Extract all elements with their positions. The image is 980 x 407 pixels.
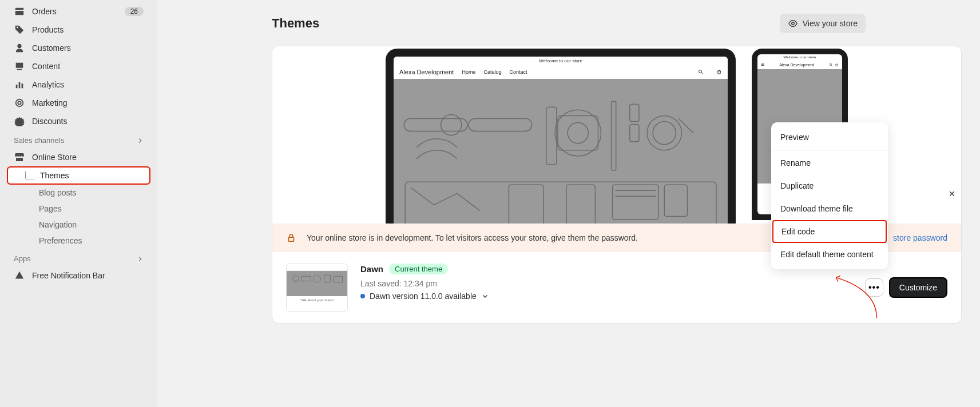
marketing-icon xyxy=(14,97,25,109)
sidebar-sub-themes[interactable]: Themes xyxy=(8,167,149,183)
dropdown-preview[interactable]: Preview xyxy=(771,126,888,149)
sidebar-item-label: Discounts xyxy=(32,117,67,126)
theme-version-label: Dawn version 11.0.0 available xyxy=(370,292,477,301)
svg-rect-17 xyxy=(630,104,639,121)
chevron-down-icon xyxy=(481,292,489,300)
svg-point-16 xyxy=(653,121,676,144)
svg-rect-20 xyxy=(509,185,543,224)
svg-rect-14 xyxy=(612,101,616,170)
svg-rect-1 xyxy=(19,82,21,89)
svg-rect-11 xyxy=(558,115,598,150)
store-password-link[interactable]: store password xyxy=(893,233,947,242)
sidebar-app-free-notification-bar[interactable]: Free Notification Bar xyxy=(7,266,150,285)
eye-icon xyxy=(788,18,798,29)
sidebar-sub-pages[interactable]: Pages xyxy=(7,201,150,217)
hamburger-icon: ☰ xyxy=(761,62,764,67)
svg-point-12 xyxy=(568,122,588,143)
svg-rect-9 xyxy=(469,118,532,131)
sidebar-item-online-store[interactable]: Online Store xyxy=(7,148,150,166)
sidebar-item-label: Content xyxy=(32,62,60,71)
desktop-preview-inner: Welcome to our store Alexa Development H… xyxy=(394,57,728,224)
svg-rect-31 xyxy=(324,275,331,282)
section-label: Apps xyxy=(14,254,31,263)
mobile-header: ☰ Alexa Development xyxy=(757,60,842,69)
store-welcome-banner: Welcome to our store xyxy=(394,57,728,65)
main-content: Themes View your store Welcome to our st… xyxy=(157,0,980,407)
sidebar-item-products[interactable]: Products xyxy=(7,21,150,39)
search-icon xyxy=(829,63,833,67)
svg-point-4 xyxy=(18,101,21,104)
svg-rect-24 xyxy=(664,185,687,216)
svg-point-28 xyxy=(293,276,299,282)
svg-point-30 xyxy=(314,275,321,282)
sidebar: Orders 26 Products Customers Content Ana… xyxy=(0,0,157,407)
view-store-label: View your store xyxy=(803,19,858,28)
dropdown-edit-default-content[interactable]: Edit default theme content xyxy=(771,243,888,266)
dots-icon: ••• xyxy=(868,282,880,293)
store-header: Alexa Development Home Catalog Contact xyxy=(394,65,728,79)
thumb-body xyxy=(287,271,347,296)
customize-button[interactable]: Customize xyxy=(889,277,947,298)
content-icon xyxy=(14,61,25,72)
svg-rect-19 xyxy=(405,182,716,224)
store-name: Alexa Development xyxy=(399,69,454,75)
mobile-welcome-banner: Welcome to our store xyxy=(757,54,842,60)
dropdown-edit-code[interactable]: Edit code xyxy=(772,220,887,243)
chevron-right-icon xyxy=(137,256,144,262)
app-icon xyxy=(14,270,25,281)
svg-point-3 xyxy=(16,99,23,107)
theme-actions-dropdown: Preview Rename Duplicate Download theme … xyxy=(771,122,888,269)
theme-version-row[interactable]: Dawn version 11.0.0 available xyxy=(360,292,947,301)
sidebar-item-analytics[interactable]: Analytics xyxy=(7,75,150,94)
theme-thumbnail: Talk about your brand xyxy=(286,264,348,312)
store-body xyxy=(394,79,728,224)
close-icon[interactable]: ✕ xyxy=(949,189,955,198)
sidebar-item-label: Customers xyxy=(32,43,71,53)
mobile-store-name: Alexa Development xyxy=(779,63,814,67)
dropdown-divider xyxy=(771,150,888,150)
orders-icon xyxy=(14,6,25,17)
dropdown-duplicate[interactable]: Duplicate xyxy=(771,174,888,197)
nav-catalog: Catalog xyxy=(483,69,501,75)
sidebar-sub-blog-posts[interactable]: Blog posts xyxy=(7,185,150,201)
apps-header[interactable]: Apps xyxy=(7,249,150,266)
svg-rect-25 xyxy=(566,185,595,224)
svg-point-5 xyxy=(792,22,795,25)
svg-rect-27 xyxy=(289,237,294,241)
sidebar-item-content[interactable]: Content xyxy=(7,57,150,75)
sidebar-item-label: Analytics xyxy=(32,80,64,89)
sidebar-item-label: Free Notification Bar xyxy=(32,271,105,280)
discounts-icon xyxy=(14,115,25,127)
sidebar-item-marketing[interactable]: Marketing xyxy=(7,94,150,112)
sidebar-sub-navigation[interactable]: Navigation xyxy=(7,217,150,233)
sidebar-item-orders[interactable]: Orders 26 xyxy=(7,2,150,21)
lock-icon xyxy=(286,233,296,243)
sidebar-sub-preferences[interactable]: Preferences xyxy=(7,233,150,249)
section-label: Sales channels xyxy=(14,136,64,145)
dropdown-rename[interactable]: Rename xyxy=(771,151,888,174)
sidebar-item-customers[interactable]: Customers xyxy=(7,39,150,57)
view-store-button[interactable]: View your store xyxy=(780,14,866,33)
analytics-icon xyxy=(14,79,25,90)
sidebar-item-discounts[interactable]: Discounts xyxy=(7,112,150,130)
theme-last-saved: Last saved: 12:34 pm xyxy=(360,279,947,288)
products-icon xyxy=(14,24,25,35)
sales-channels-header[interactable]: Sales channels xyxy=(7,130,150,148)
svg-rect-32 xyxy=(334,276,343,282)
highlight-annotation-themes: Themes xyxy=(7,166,150,185)
more-actions-button[interactable]: ••• xyxy=(865,278,883,297)
svg-rect-21 xyxy=(613,185,659,219)
theme-card: Welcome to our store Alexa Development H… xyxy=(272,46,962,324)
thumb-footer: Talk about your brand xyxy=(287,296,347,311)
page-header: Themes View your store xyxy=(272,14,866,33)
sidebar-item-label: Products xyxy=(32,25,64,34)
customers-icon xyxy=(14,42,25,54)
svg-point-26 xyxy=(830,63,832,66)
update-dot-icon xyxy=(360,294,365,298)
svg-rect-29 xyxy=(302,276,311,281)
svg-rect-2 xyxy=(22,83,23,88)
orders-badge: 26 xyxy=(125,7,144,16)
dropdown-download[interactable]: Download theme file xyxy=(771,197,888,220)
current-theme-badge: Current theme xyxy=(389,264,448,274)
svg-point-15 xyxy=(647,115,681,150)
